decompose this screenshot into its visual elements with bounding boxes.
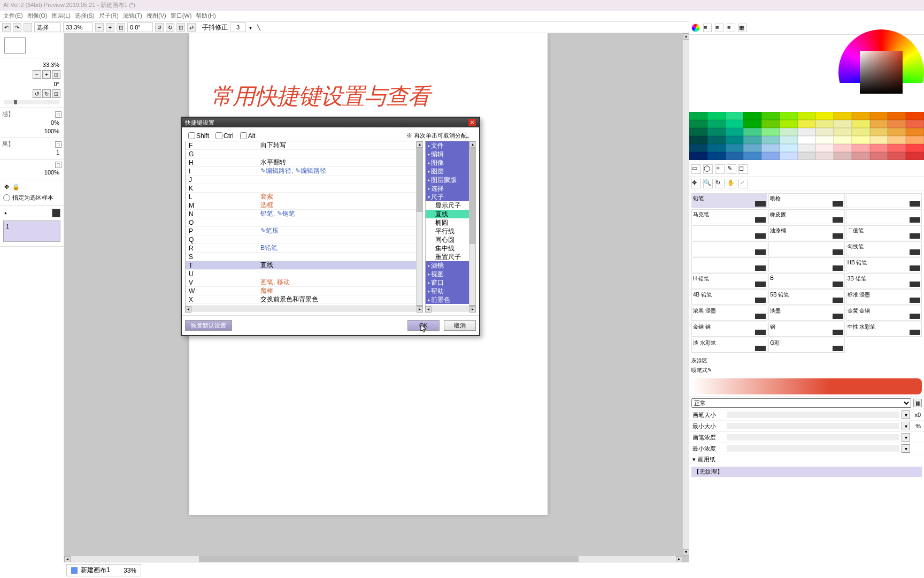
scroll-down-icon[interactable]: ▾ xyxy=(683,549,689,556)
shortcut-row[interactable]: H水平翻转 xyxy=(186,158,416,167)
brush-preset[interactable] xyxy=(768,257,844,272)
rgb-sliders-icon[interactable]: ≡ xyxy=(703,24,712,32)
alt-checkbox[interactable]: Alt xyxy=(240,132,256,140)
rotation-dropdown[interactable]: 0.0° xyxy=(127,22,153,32)
palette-color[interactable] xyxy=(743,136,761,144)
canvas-horizontal-scrollbar[interactable]: ◂ ▸ xyxy=(71,556,682,562)
palette-color[interactable] xyxy=(798,112,816,120)
palette-color[interactable] xyxy=(834,120,852,128)
document-tab[interactable]: 新建画布1 33% xyxy=(66,564,141,576)
category-item[interactable]: 平行线 xyxy=(426,227,469,235)
shortcut-key-list[interactable]: F向下转写GH水平翻转I✎编辑路径, ✎编辑路径JKL套索M选框N铅笔, ✎钢笔… xyxy=(185,141,423,312)
shortcut-row[interactable]: RB铅笔 xyxy=(186,244,416,253)
rot-ccw-btn[interactable]: ↺ xyxy=(33,89,41,98)
restore-defaults-button[interactable]: 恢复默认设置 xyxy=(185,320,232,331)
palette-color[interactable] xyxy=(834,128,852,136)
category-header[interactable]: ▸窗口 xyxy=(426,278,469,287)
scroll-right-icon[interactable]: ▸ xyxy=(676,556,682,562)
brush-preset[interactable]: 橡皮擦 xyxy=(768,209,844,224)
menu-file[interactable]: 文件(E) xyxy=(3,12,23,20)
brush-preset[interactable]: 金黄 金钢 xyxy=(846,306,922,321)
wand-tool-icon[interactable]: ⋆ xyxy=(3,209,8,217)
move-tool-icon-2[interactable]: ✥ xyxy=(691,179,701,188)
undo-icon[interactable]: ↶ xyxy=(2,23,11,32)
palette-color[interactable] xyxy=(689,136,707,144)
palette-color[interactable] xyxy=(870,152,888,160)
lock-tool-icon[interactable]: 🔒 xyxy=(12,184,20,191)
brush-preset[interactable]: 标准 浸墨 xyxy=(846,290,922,305)
palette-color[interactable] xyxy=(780,128,798,136)
brush-preset[interactable]: 浓黑 浸墨 xyxy=(691,306,767,321)
shortcut-row[interactable]: K xyxy=(186,184,416,193)
scroll-thumb[interactable] xyxy=(199,556,579,562)
brush-preset[interactable]: 3B 铅笔 xyxy=(846,273,922,288)
menu-view[interactable]: 视图(V) xyxy=(147,12,166,20)
palette-color[interactable] xyxy=(798,152,816,160)
wand-tool-icon-2[interactable]: ✧ xyxy=(715,164,725,174)
shortcut-row[interactable]: W魔棒 xyxy=(186,287,416,295)
scroll-right-icon[interactable]: ▸ xyxy=(469,306,476,313)
palette-color[interactable] xyxy=(834,144,852,152)
palette-color[interactable] xyxy=(815,112,834,120)
rotate-ccw-icon[interactable]: ↺ xyxy=(155,23,164,32)
shortcut-row[interactable]: J xyxy=(186,176,416,184)
panel-close-icon-3[interactable]: □ xyxy=(55,162,61,168)
menu-help[interactable]: 帮助(H) xyxy=(196,12,215,20)
palette-color[interactable] xyxy=(726,120,744,128)
move-tool-icon[interactable]: ✥ xyxy=(4,184,9,191)
pen-tool-icon[interactable]: ✎ xyxy=(727,164,736,174)
cat-list-h-scrollbar[interactable]: ◂ ▸ xyxy=(425,306,476,312)
brush-preset[interactable]: 马克笔 xyxy=(691,209,767,224)
category-item[interactable]: 集中线 xyxy=(426,244,469,253)
palette-icon[interactable]: ▦ xyxy=(738,24,747,32)
texture-none[interactable]: 【无纹理】 xyxy=(691,467,922,477)
color-wheel-tab-icon[interactable] xyxy=(691,24,700,32)
rotate-cw-icon[interactable]: ↻ xyxy=(166,23,174,32)
param-slider[interactable] xyxy=(727,445,899,452)
menu-filter[interactable]: 滤镜(T) xyxy=(123,12,142,20)
dialog-title-bar[interactable]: 快捷键设置 ✕ xyxy=(182,118,479,127)
palette-color[interactable] xyxy=(707,128,726,136)
rotate-tool-icon[interactable]: ↻ xyxy=(715,179,725,188)
canvas-vertical-scrollbar[interactable]: ▴ ▾ xyxy=(682,33,689,556)
brush-preset[interactable]: 5B 铅笔 xyxy=(768,290,844,305)
brush-preset[interactable]: 4B 铅笔 xyxy=(691,290,767,305)
palette-color[interactable] xyxy=(906,136,924,144)
palette-color[interactable] xyxy=(780,120,798,128)
menu-select[interactable]: 选择(S) xyxy=(75,12,95,20)
brush-preset[interactable] xyxy=(846,209,922,224)
shortcut-row[interactable]: G xyxy=(186,150,416,158)
redo-icon[interactable]: ↷ xyxy=(13,23,21,32)
layer-item[interactable]: 1 xyxy=(3,220,60,242)
palette-color[interactable] xyxy=(798,144,816,152)
palette-color[interactable] xyxy=(743,120,761,128)
eyedropper-tool-icon[interactable]: ⟋ xyxy=(738,179,748,188)
palette-color[interactable] xyxy=(798,128,816,136)
rot-cw-btn[interactable]: ↻ xyxy=(42,89,51,98)
shortcut-row[interactable]: L套索 xyxy=(186,193,416,201)
zoom-in-btn[interactable]: + xyxy=(42,70,51,79)
palette-color[interactable] xyxy=(888,144,906,152)
param-menu-icon[interactable]: ▾ xyxy=(902,444,910,453)
palette-color[interactable] xyxy=(689,120,707,128)
menu-layer[interactable]: 图层(L) xyxy=(52,12,71,20)
palette-color[interactable] xyxy=(834,136,852,144)
cancel-button[interactable]: 取消 xyxy=(444,320,476,331)
palette-color[interactable] xyxy=(888,120,906,128)
shortcut-row[interactable]: N铅笔, ✎钢笔 xyxy=(186,210,416,218)
palette-color[interactable] xyxy=(906,112,924,120)
zoom-out-btn[interactable]: − xyxy=(33,70,41,79)
palette-color[interactable] xyxy=(852,120,870,128)
shortcut-row[interactable]: I✎编辑路径, ✎编辑路径 xyxy=(186,167,416,176)
brush-preset[interactable]: G彩 xyxy=(768,338,844,353)
palette-color[interactable] xyxy=(888,112,906,120)
stabilizer-input[interactable] xyxy=(230,22,246,32)
shift-checkbox[interactable]: Shift xyxy=(188,132,209,140)
palette-color[interactable] xyxy=(906,152,924,160)
brush-preset[interactable] xyxy=(691,225,767,240)
palette-color[interactable] xyxy=(852,136,870,144)
palette-color[interactable] xyxy=(870,112,888,120)
palette-color[interactable] xyxy=(743,128,761,136)
category-header[interactable]: ▸选择 xyxy=(426,184,469,193)
palette-color[interactable] xyxy=(761,152,780,160)
